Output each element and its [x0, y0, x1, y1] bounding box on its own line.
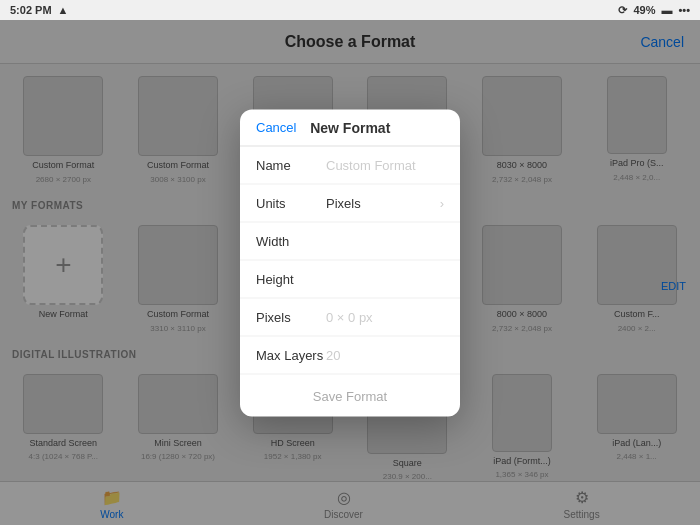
pixels-label: Pixels [256, 309, 326, 324]
modal-footer: Save Format [240, 374, 460, 416]
height-label: Height [256, 271, 326, 286]
modal-header: Cancel New Format [240, 109, 460, 146]
modal-row-units[interactable]: Units Pixels › [240, 184, 460, 222]
screen-rotation-icon: ⟳ [618, 4, 627, 17]
new-format-modal: Cancel New Format Name Custom Format Uni… [240, 109, 460, 416]
status-bar: 5:02 PM ▲ ⟳ 49% ▬ ••• [0, 0, 700, 20]
battery-icon: ▬ [661, 4, 672, 16]
modal-cancel-button[interactable]: Cancel [256, 120, 296, 135]
modal-row-width[interactable]: Width [240, 222, 460, 260]
wifi-icon: ▲ [58, 4, 69, 16]
status-right: ⟳ 49% ▬ ••• [618, 4, 690, 17]
width-label: Width [256, 233, 326, 248]
chevron-right-icon: › [440, 195, 444, 210]
max-layers-value[interactable]: 20 [326, 347, 444, 362]
modal-row-name[interactable]: Name Custom Format [240, 146, 460, 184]
modal-row-height[interactable]: Height [240, 260, 460, 298]
name-label: Name [256, 157, 326, 172]
max-layers-label: Max Layers [256, 347, 326, 362]
modal-body: Name Custom Format Units Pixels › Width … [240, 146, 460, 374]
units-label: Units [256, 195, 326, 210]
more-icon: ••• [678, 4, 690, 16]
modal-row-pixels: Pixels 0 × 0 px [240, 298, 460, 336]
status-left: 5:02 PM ▲ [10, 4, 68, 16]
modal-row-max-layers[interactable]: Max Layers 20 [240, 336, 460, 374]
modal-title: New Format [310, 119, 390, 135]
name-value[interactable]: Custom Format [326, 157, 444, 172]
battery-pct: 49% [633, 4, 655, 16]
save-format-button[interactable]: Save Format [313, 388, 387, 403]
status-ipad: 5:02 PM [10, 4, 52, 16]
units-value: Pixels [326, 195, 440, 210]
pixels-value: 0 × 0 px [326, 309, 444, 324]
